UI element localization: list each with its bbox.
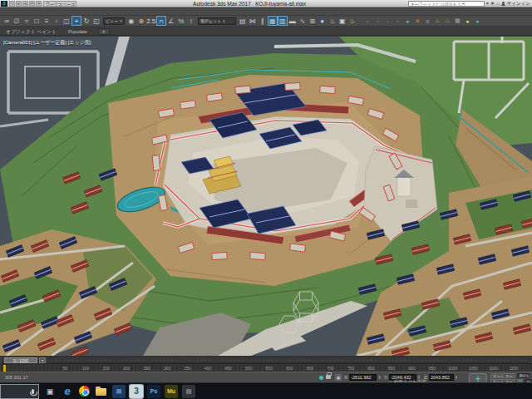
- frame-tick-50: 50: [63, 366, 68, 371]
- ribbon-minimize-icon[interactable]: ▾: [98, 28, 110, 35]
- ribbon-tab-object-paint[interactable]: オブジェクト ペイント: [0, 27, 62, 36]
- percent-snap-icon[interactable]: %: [176, 16, 186, 26]
- spinner-snap-icon[interactable]: ↕: [186, 16, 196, 26]
- trackbar-ruler[interactable]: 5010015020025030035040045050055060065070…: [0, 363, 532, 372]
- frame-tick-1100: 1100: [489, 366, 498, 371]
- time-slider-handle[interactable]: 0 / 1200: [4, 357, 37, 363]
- frame-tick-500: 500: [245, 366, 252, 371]
- window-crossing-icon[interactable]: ◫: [62, 16, 71, 26]
- extra-teapot-2-icon[interactable]: ♨: [444, 17, 451, 25]
- current-frame-marker[interactable]: [3, 365, 6, 372]
- curve-editor-icon[interactable]: ∿: [298, 16, 308, 26]
- previous-frame-button[interactable]: ◄: [39, 357, 46, 363]
- coordinate-z: Z: 2043.862: [424, 374, 458, 381]
- workspace-dropdown[interactable]: ワークスペース: 既定値: [43, 1, 76, 7]
- help-search-input[interactable]: [408, 1, 485, 7]
- snaps-toggle-icon[interactable]: ∩: [156, 16, 166, 26]
- adobe-mu-icon[interactable]: Mu: [165, 385, 178, 398]
- container-icon[interactable]: ●: [404, 17, 411, 25]
- help-home-icon[interactable]: ⌂: [496, 1, 500, 7]
- selection-set-mini-dropdown[interactable]: 選択セット: [517, 373, 530, 378]
- edit-named-selection-sets-icon[interactable]: ▤: [238, 16, 248, 26]
- coordinate-x: X: -2611.962: [344, 374, 381, 381]
- 3dsmax-taskbar-icon[interactable]: 3: [130, 385, 143, 398]
- extra-sphere-icon[interactable]: ○: [424, 17, 431, 25]
- use-pivot-point-icon[interactable]: ◉: [126, 16, 136, 26]
- extra-teapot-1-icon[interactable]: ♨: [434, 17, 441, 25]
- toggle-layer-explorer-icon[interactable]: ▥: [278, 16, 288, 26]
- app-logo-icon[interactable]: 3: [1, 1, 7, 7]
- named-selection-sets-dropdown[interactable]: 選択セット▾: [198, 17, 236, 25]
- render-setup-icon[interactable]: ♨: [328, 16, 337, 26]
- open-file-icon[interactable]: ▸: [16, 1, 22, 7]
- viewport[interactable]: [Camera001] [ユーザー定義] [エッジ面]: [0, 37, 532, 356]
- frame-tick-800: 800: [367, 366, 374, 371]
- toolbar-extra-3-icon[interactable]: ▫: [384, 17, 392, 25]
- new-scene-icon[interactable]: ▫: [9, 1, 15, 7]
- frame-tick-300: 300: [164, 366, 170, 371]
- extra-yellow-icon[interactable]: ●: [464, 17, 471, 25]
- extra-brown-icon[interactable]: ◆: [414, 17, 421, 25]
- search-dropdown-icon[interactable]: ▾: [486, 1, 489, 7]
- z-spinner[interactable]: [455, 374, 458, 381]
- viewport-canvas[interactable]: [0, 37, 532, 356]
- rendered-frame-window-icon[interactable]: ▣: [337, 16, 347, 26]
- schematic-view-icon[interactable]: ⊞: [308, 16, 318, 26]
- user-account-icon[interactable]: [501, 2, 505, 6]
- time-slider-track[interactable]: [2, 357, 530, 363]
- angle-snap-icon[interactable]: ∠: [166, 16, 176, 26]
- blue-app-icon[interactable]: ▤: [112, 385, 126, 398]
- mirror-icon[interactable]: ⋈: [248, 16, 258, 26]
- align-icon[interactable]: ∥: [258, 16, 268, 26]
- ribbon-tab-populate[interactable]: Populate: [62, 27, 93, 36]
- undo-icon[interactable]: ↶: [29, 1, 35, 7]
- toolbar-extra-4-icon[interactable]: ▪: [394, 17, 401, 25]
- reference-coordinate-dropdown[interactable]: ビュー▾: [103, 17, 125, 25]
- photoshop-icon[interactable]: Ps: [147, 385, 160, 398]
- select-by-name-icon[interactable]: ≡: [42, 16, 52, 26]
- select-and-uniform-scale-icon[interactable]: ◱: [91, 16, 101, 26]
- select-object-icon[interactable]: □: [32, 16, 42, 26]
- render-production-icon[interactable]: ♨: [347, 16, 357, 26]
- toggle-ribbon-icon[interactable]: ▬: [288, 16, 298, 26]
- taskbar-icons: ▣e▤3PsMu▨: [43, 385, 195, 398]
- 3dsmax-window: 3 ▫ ▸ ▾ ↶ ↷ ワークスペース: 既定値 Autodesk 3ds Ma…: [0, 0, 532, 399]
- frame-tick-250: 250: [143, 366, 150, 371]
- edge-browser-icon[interactable]: e: [61, 385, 74, 398]
- bind-to-space-warp-icon[interactable]: ≈: [22, 16, 32, 26]
- sign-in-link[interactable]: サインイン: [507, 1, 530, 7]
- selection-lock-icon[interactable]: [326, 375, 331, 379]
- coordinate-x-field[interactable]: -2611.962: [349, 374, 377, 381]
- toolbar-extra-1-icon[interactable]: ▪: [364, 17, 372, 25]
- rectangular-selection-region-icon[interactable]: ▫: [52, 16, 62, 26]
- photos-app-icon[interactable]: ▨: [182, 385, 195, 398]
- file-explorer-icon[interactable]: [95, 385, 108, 398]
- unlink-selection-icon[interactable]: ∅: [12, 16, 22, 26]
- viewport-label[interactable]: [Camera001] [ユーザー定義] [エッジ面]: [3, 39, 91, 47]
- chrome-icon[interactable]: [79, 386, 90, 397]
- select-and-rotate-icon[interactable]: ↻: [81, 16, 91, 26]
- title-bar: 3 ▫ ▸ ▾ ↶ ↷ ワークスペース: 既定値 Autodesk 3ds Ma…: [0, 0, 532, 7]
- favorites-star-icon[interactable]: ★: [490, 1, 495, 7]
- auto-key-button[interactable]: オート キー: [490, 373, 515, 378]
- redo-icon[interactable]: ↷: [36, 1, 42, 7]
- select-and-link-icon[interactable]: ∞: [2, 16, 12, 26]
- x-spinner[interactable]: [377, 374, 381, 381]
- select-and-move-icon[interactable]: +: [71, 16, 81, 26]
- task-view-icon[interactable]: ▣: [43, 385, 57, 398]
- material-editor-icon[interactable]: ●: [318, 16, 328, 26]
- select-and-manipulate-icon[interactable]: ⊕: [136, 16, 146, 26]
- absolute-mode-toggle-icon[interactable]: ▣: [335, 374, 342, 381]
- microphone-icon[interactable]: [32, 389, 34, 394]
- toggle-scene-explorer-icon[interactable]: ▦: [268, 16, 278, 26]
- toolbar-extra-2-icon[interactable]: ▪: [374, 17, 382, 25]
- snap-toggle-25d-icon[interactable]: 2.5: [146, 16, 156, 26]
- cortana-search-box[interactable]: [0, 384, 39, 399]
- extra-teal-icon[interactable]: ●: [474, 17, 481, 25]
- frame-tick-100: 100: [82, 366, 89, 371]
- coordinate-z-field[interactable]: 2043.862: [429, 374, 454, 381]
- extra-checker-icon[interactable]: ▦: [454, 17, 461, 25]
- time-slider[interactable]: 0 / 1200 ◄: [0, 356, 532, 363]
- save-file-icon[interactable]: ▾: [22, 1, 28, 7]
- frame-tick-650: 650: [307, 366, 313, 371]
